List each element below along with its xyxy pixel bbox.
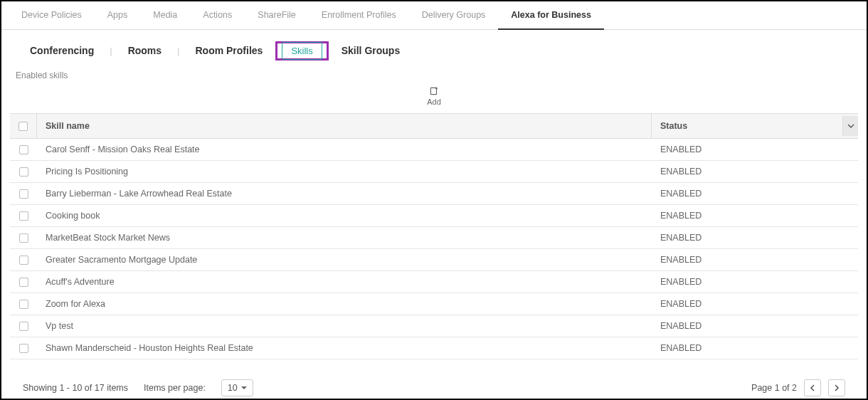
table-row[interactable]: MarketBeat Stock Market NewsENABLED <box>10 227 858 249</box>
row-checkbox[interactable] <box>19 278 28 287</box>
row-checkbox[interactable] <box>19 233 28 243</box>
row-checkbox-cell <box>10 161 37 182</box>
tab-actions[interactable]: Actions <box>190 1 245 29</box>
row-checkbox-cell <box>10 139 37 160</box>
row-checkbox-cell <box>10 337 37 359</box>
top-tabs: Device Policies Apps Media Actions Share… <box>1 1 867 30</box>
prev-page-button[interactable] <box>804 379 821 396</box>
row-status: ENABLED <box>652 205 858 226</box>
row-checkbox[interactable] <box>19 145 28 154</box>
per-page-label: Items per page: <box>144 383 206 393</box>
subtab-room-profiles[interactable]: Room Profiles <box>188 41 270 60</box>
row-skill-name: Cooking book <box>37 205 652 226</box>
table-row[interactable]: Vp testENABLED <box>10 315 858 337</box>
per-page-value: 10 <box>228 383 238 393</box>
row-checkbox[interactable] <box>19 256 28 265</box>
row-skill-name: Shawn Manderscheid - Houston Heights Rea… <box>37 337 652 359</box>
row-skill-name: Acuff's Adventure <box>37 271 652 293</box>
row-skill-name: Greater Sacramento Mortgage Update <box>37 249 652 270</box>
header-status: Status <box>652 114 858 138</box>
select-all-cell <box>10 114 37 138</box>
row-skill-name: Barry Lieberman - Lake Arrowhead Real Es… <box>37 183 652 204</box>
table-row[interactable]: Barry Lieberman - Lake Arrowhead Real Es… <box>10 183 858 205</box>
row-status: ENABLED <box>652 293 858 315</box>
subtab-rooms[interactable]: Rooms <box>121 41 169 60</box>
select-all-checkbox[interactable] <box>18 122 28 131</box>
row-checkbox-cell <box>10 227 37 248</box>
per-page-select[interactable]: 10 <box>221 379 253 396</box>
chevron-left-icon <box>810 384 815 391</box>
page-info: Page 1 of 2 <box>751 383 797 393</box>
row-checkbox[interactable] <box>19 167 28 177</box>
header-skill-name[interactable]: Skill name <box>37 114 652 138</box>
tab-media[interactable]: Media <box>140 1 190 29</box>
add-button[interactable]: Add <box>36 86 832 106</box>
row-checkbox[interactable] <box>19 344 28 353</box>
row-checkbox-cell <box>10 183 37 204</box>
separator: | <box>107 46 115 56</box>
skills-table: Skill name Status Carol Senff - Mission … <box>10 113 858 359</box>
column-options-button[interactable] <box>842 116 858 136</box>
table-row[interactable]: Carol Senff - Mission Oaks Real EstateEN… <box>10 139 858 161</box>
subtab-skills-highlight: Skills <box>275 41 328 60</box>
subtab-skills[interactable]: Skills <box>282 42 322 60</box>
table-footer: Showing 1 - 10 of 17 items Items per pag… <box>1 359 867 400</box>
row-skill-name: Zoom for Alexa <box>37 293 652 315</box>
row-skill-name: Pricing Is Positioning <box>37 161 652 182</box>
row-status: ENABLED <box>652 337 858 359</box>
table-header: Skill name Status <box>10 114 858 139</box>
tab-sharefile[interactable]: ShareFile <box>245 1 309 29</box>
tab-delivery-groups[interactable]: Delivery Groups <box>409 1 499 29</box>
showing-text: Showing 1 - 10 of 17 items <box>23 383 128 393</box>
row-status: ENABLED <box>652 271 858 293</box>
table-row[interactable]: Pricing Is PositioningENABLED <box>10 161 858 183</box>
row-checkbox-cell <box>10 315 37 337</box>
table-row[interactable]: Greater Sacramento Mortgage UpdateENABLE… <box>10 249 858 271</box>
toolbar: Add <box>1 86 867 113</box>
subtab-conferencing[interactable]: Conferencing <box>23 41 101 60</box>
row-checkbox-cell <box>10 249 37 270</box>
row-checkbox[interactable] <box>19 322 28 331</box>
row-skill-name: MarketBeat Stock Market News <box>37 227 652 248</box>
chevron-right-icon <box>834 384 840 391</box>
sub-tabs: Conferencing | Rooms | Room Profiles Ski… <box>1 30 867 68</box>
row-status: ENABLED <box>652 227 858 248</box>
row-skill-name: Carol Senff - Mission Oaks Real Estate <box>37 139 652 160</box>
tab-alexa-for-business[interactable]: Alexa for Business <box>498 1 604 30</box>
row-checkbox-cell <box>10 271 37 293</box>
row-checkbox-cell <box>10 205 37 226</box>
row-checkbox[interactable] <box>19 300 28 309</box>
subtab-skill-groups[interactable]: Skill Groups <box>334 41 407 60</box>
row-status: ENABLED <box>652 161 858 182</box>
table-row[interactable]: Cooking bookENABLED <box>10 205 858 227</box>
row-status: ENABLED <box>652 249 858 270</box>
header-status-label[interactable]: Status <box>660 121 837 131</box>
tab-enrollment-profiles[interactable]: Enrollment Profiles <box>309 1 409 29</box>
tab-apps[interactable]: Apps <box>95 1 141 29</box>
add-icon <box>429 86 439 96</box>
next-page-button[interactable] <box>828 379 845 396</box>
row-status: ENABLED <box>652 183 858 204</box>
row-checkbox[interactable] <box>19 189 28 199</box>
table-row[interactable]: Shawn Manderscheid - Houston Heights Rea… <box>10 337 858 359</box>
section-label: Enabled skills <box>1 68 867 86</box>
table-row[interactable]: Zoom for AlexaENABLED <box>10 293 858 315</box>
row-skill-name: Vp test <box>37 315 652 337</box>
row-checkbox[interactable] <box>19 211 28 221</box>
separator: | <box>174 46 182 56</box>
row-checkbox-cell <box>10 293 37 315</box>
tab-device-policies[interactable]: Device Policies <box>9 1 95 29</box>
row-status: ENABLED <box>652 139 858 160</box>
caret-down-icon <box>241 386 247 389</box>
row-status: ENABLED <box>652 315 858 337</box>
table-row[interactable]: Acuff's AdventureENABLED <box>10 271 858 293</box>
add-label: Add <box>427 98 441 106</box>
chevron-down-icon <box>847 122 854 130</box>
